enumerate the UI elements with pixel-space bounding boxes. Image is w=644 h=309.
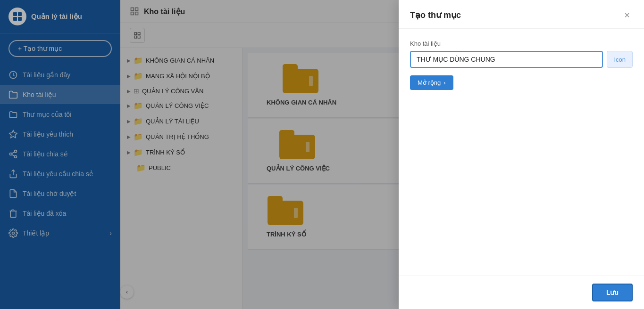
modal-header: Tạo thư mục × xyxy=(399,0,644,29)
modal-title: Tạo thư mục xyxy=(410,10,461,20)
create-folder-modal: Tạo thư mục × Kho tài liệu Icon Mở rộng … xyxy=(399,0,644,309)
expand-button[interactable]: Mở rộng › xyxy=(410,75,453,90)
modal-close-button[interactable]: × xyxy=(621,9,633,21)
icon-button[interactable]: Icon xyxy=(607,51,633,68)
modal-footer: Lưu xyxy=(399,276,644,309)
modal-overlay: Tạo thư mục × Kho tài liệu Icon Mở rộng … xyxy=(0,0,644,309)
form-label-kho: Kho tài liệu xyxy=(410,40,633,47)
modal-body: Kho tài liệu Icon Mở rộng › xyxy=(399,29,644,276)
folder-name-input[interactable] xyxy=(410,51,603,68)
form-input-row: Icon xyxy=(410,51,633,68)
chevron-right-icon: › xyxy=(443,79,445,86)
save-button[interactable]: Lưu xyxy=(592,284,633,301)
